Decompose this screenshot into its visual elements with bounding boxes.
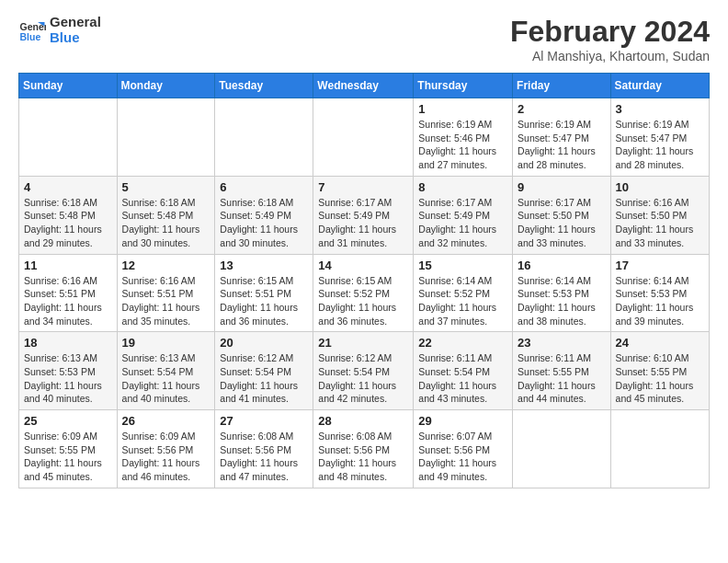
day-info: Sunrise: 6:08 AM Sunset: 5:56 PM Dayligh… — [318, 430, 408, 484]
day-info: Sunrise: 6:14 AM Sunset: 5:52 PM Dayligh… — [418, 274, 507, 328]
calendar-cell: 23Sunrise: 6:11 AM Sunset: 5:55 PM Dayli… — [513, 332, 611, 410]
day-number: 23 — [518, 336, 606, 350]
calendar-cell: 13Sunrise: 6:15 AM Sunset: 5:51 PM Dayli… — [215, 254, 313, 332]
day-number: 24 — [616, 336, 704, 350]
day-number: 9 — [518, 180, 606, 194]
day-number: 12 — [122, 259, 210, 272]
day-info: Sunrise: 6:19 AM Sunset: 5:47 PM Dayligh… — [518, 118, 606, 172]
calendar-cell: 15Sunrise: 6:14 AM Sunset: 5:52 PM Dayli… — [414, 254, 513, 332]
day-info: Sunrise: 6:17 AM Sunset: 5:49 PM Dayligh… — [418, 196, 507, 250]
day-number: 21 — [318, 336, 408, 350]
day-info: Sunrise: 6:17 AM Sunset: 5:49 PM Dayligh… — [318, 196, 408, 250]
day-number: 16 — [518, 259, 606, 272]
page-header: General Blue General Blue February 2024 … — [18, 15, 710, 63]
day-info: Sunrise: 6:08 AM Sunset: 5:56 PM Dayligh… — [220, 430, 308, 484]
calendar-cell: 10Sunrise: 6:16 AM Sunset: 5:50 PM Dayli… — [610, 176, 709, 254]
day-number: 25 — [24, 414, 112, 428]
day-info: Sunrise: 6:09 AM Sunset: 5:55 PM Dayligh… — [24, 430, 112, 484]
calendar-week-row: 25Sunrise: 6:09 AM Sunset: 5:55 PM Dayli… — [19, 410, 710, 488]
logo-text-line1: General — [50, 15, 101, 30]
calendar-cell: 11Sunrise: 6:16 AM Sunset: 5:51 PM Dayli… — [19, 254, 118, 332]
calendar-cell — [117, 98, 215, 177]
day-info: Sunrise: 6:09 AM Sunset: 5:56 PM Dayligh… — [122, 430, 210, 484]
day-number: 4 — [24, 180, 112, 194]
day-info: Sunrise: 6:18 AM Sunset: 5:49 PM Dayligh… — [220, 196, 308, 250]
day-number: 1 — [418, 102, 507, 116]
day-number: 5 — [122, 180, 210, 194]
calendar-cell: 7Sunrise: 6:17 AM Sunset: 5:49 PM Daylig… — [313, 176, 414, 254]
day-info: Sunrise: 6:15 AM Sunset: 5:52 PM Dayligh… — [318, 274, 408, 328]
calendar-week-row: 11Sunrise: 6:16 AM Sunset: 5:51 PM Dayli… — [19, 254, 710, 332]
calendar-cell: 12Sunrise: 6:16 AM Sunset: 5:51 PM Dayli… — [117, 254, 215, 332]
day-info: Sunrise: 6:19 AM Sunset: 5:47 PM Dayligh… — [616, 118, 704, 172]
calendar-cell: 8Sunrise: 6:17 AM Sunset: 5:49 PM Daylig… — [414, 176, 513, 254]
weekday-header: Saturday — [610, 74, 709, 98]
calendar-cell: 9Sunrise: 6:17 AM Sunset: 5:50 PM Daylig… — [513, 176, 611, 254]
calendar-cell: 28Sunrise: 6:08 AM Sunset: 5:56 PM Dayli… — [313, 410, 414, 488]
day-number: 28 — [318, 414, 408, 428]
calendar-cell — [313, 98, 414, 177]
calendar-cell: 26Sunrise: 6:09 AM Sunset: 5:56 PM Dayli… — [117, 410, 215, 488]
day-info: Sunrise: 6:14 AM Sunset: 5:53 PM Dayligh… — [518, 274, 606, 328]
calendar-cell: 3Sunrise: 6:19 AM Sunset: 5:47 PM Daylig… — [610, 98, 709, 177]
day-number: 27 — [220, 414, 308, 428]
day-number: 11 — [24, 259, 112, 272]
day-number: 26 — [122, 414, 210, 428]
svg-text:Blue: Blue — [20, 30, 41, 41]
day-info: Sunrise: 6:15 AM Sunset: 5:51 PM Dayligh… — [220, 274, 308, 328]
calendar-cell — [513, 410, 611, 488]
day-info: Sunrise: 6:12 AM Sunset: 5:54 PM Dayligh… — [318, 351, 408, 406]
day-info: Sunrise: 6:18 AM Sunset: 5:48 PM Dayligh… — [24, 196, 112, 250]
calendar-cell: 5Sunrise: 6:18 AM Sunset: 5:48 PM Daylig… — [117, 176, 215, 254]
calendar-cell: 25Sunrise: 6:09 AM Sunset: 5:55 PM Dayli… — [19, 410, 118, 488]
day-info: Sunrise: 6:11 AM Sunset: 5:54 PM Dayligh… — [418, 351, 507, 406]
day-number: 2 — [518, 102, 606, 116]
day-info: Sunrise: 6:19 AM Sunset: 5:46 PM Dayligh… — [418, 118, 507, 172]
day-info: Sunrise: 6:13 AM Sunset: 5:54 PM Dayligh… — [122, 351, 210, 406]
calendar-week-row: 18Sunrise: 6:13 AM Sunset: 5:53 PM Dayli… — [19, 332, 710, 410]
weekday-header: Thursday — [414, 74, 513, 98]
day-info: Sunrise: 6:17 AM Sunset: 5:50 PM Dayligh… — [518, 196, 606, 250]
calendar-cell: 27Sunrise: 6:08 AM Sunset: 5:56 PM Dayli… — [215, 410, 313, 488]
calendar-cell: 14Sunrise: 6:15 AM Sunset: 5:52 PM Dayli… — [313, 254, 414, 332]
calendar-cell — [19, 98, 118, 177]
logo-icon: General Blue — [18, 17, 46, 44]
calendar-cell: 1Sunrise: 6:19 AM Sunset: 5:46 PM Daylig… — [414, 98, 513, 177]
day-number: 19 — [122, 336, 210, 350]
calendar-cell: 16Sunrise: 6:14 AM Sunset: 5:53 PM Dayli… — [513, 254, 611, 332]
logo: General Blue General Blue — [18, 15, 101, 45]
day-number: 14 — [318, 259, 408, 272]
weekday-header: Monday — [117, 74, 215, 98]
calendar-cell: 4Sunrise: 6:18 AM Sunset: 5:48 PM Daylig… — [19, 176, 118, 254]
day-number: 29 — [418, 414, 507, 428]
day-number: 20 — [220, 336, 308, 350]
day-info: Sunrise: 6:11 AM Sunset: 5:55 PM Dayligh… — [518, 351, 606, 406]
calendar-header-row: SundayMondayTuesdayWednesdayThursdayFrid… — [19, 74, 710, 98]
weekday-header: Tuesday — [215, 74, 313, 98]
calendar-table: SundayMondayTuesdayWednesdayThursdayFrid… — [18, 73, 710, 488]
calendar-cell: 20Sunrise: 6:12 AM Sunset: 5:54 PM Dayli… — [215, 332, 313, 410]
calendar-cell: 17Sunrise: 6:14 AM Sunset: 5:53 PM Dayli… — [610, 254, 709, 332]
day-number: 6 — [220, 180, 308, 194]
calendar-cell: 18Sunrise: 6:13 AM Sunset: 5:53 PM Dayli… — [19, 332, 118, 410]
calendar-cell — [610, 410, 709, 488]
calendar-cell: 24Sunrise: 6:10 AM Sunset: 5:55 PM Dayli… — [610, 332, 709, 410]
day-number: 17 — [616, 259, 704, 272]
calendar-cell: 6Sunrise: 6:18 AM Sunset: 5:49 PM Daylig… — [215, 176, 313, 254]
day-info: Sunrise: 6:13 AM Sunset: 5:53 PM Dayligh… — [24, 351, 112, 406]
calendar-week-row: 1Sunrise: 6:19 AM Sunset: 5:46 PM Daylig… — [19, 98, 710, 177]
day-info: Sunrise: 6:12 AM Sunset: 5:54 PM Dayligh… — [220, 351, 308, 406]
weekday-header: Wednesday — [313, 74, 414, 98]
calendar-cell — [215, 98, 313, 177]
calendar-cell: 19Sunrise: 6:13 AM Sunset: 5:54 PM Dayli… — [117, 332, 215, 410]
calendar-cell: 2Sunrise: 6:19 AM Sunset: 5:47 PM Daylig… — [513, 98, 611, 177]
day-number: 15 — [418, 259, 507, 272]
calendar-cell: 22Sunrise: 6:11 AM Sunset: 5:54 PM Dayli… — [414, 332, 513, 410]
day-info: Sunrise: 6:16 AM Sunset: 5:51 PM Dayligh… — [122, 274, 210, 328]
day-info: Sunrise: 6:16 AM Sunset: 5:50 PM Dayligh… — [616, 196, 704, 250]
day-info: Sunrise: 6:14 AM Sunset: 5:53 PM Dayligh… — [616, 274, 704, 328]
location-subtitle: Al Manshiya, Khartoum, Sudan — [510, 49, 710, 63]
calendar-cell: 21Sunrise: 6:12 AM Sunset: 5:54 PM Dayli… — [313, 332, 414, 410]
title-block: February 2024 Al Manshiya, Khartoum, Sud… — [510, 15, 710, 63]
day-info: Sunrise: 6:16 AM Sunset: 5:51 PM Dayligh… — [24, 274, 112, 328]
